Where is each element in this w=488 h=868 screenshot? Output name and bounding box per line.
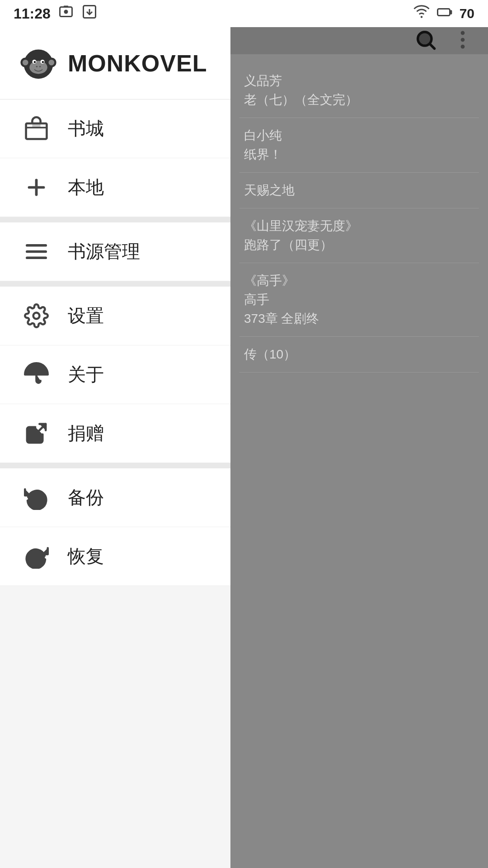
sidebar-item-donate[interactable]: 捐赠: [0, 404, 230, 463]
svg-point-17: [29, 61, 47, 74]
sidebar-item-local-label: 本地: [68, 175, 104, 200]
sidebar-item-local[interactable]: 本地: [0, 158, 230, 217]
svg-line-8: [430, 44, 435, 49]
list-item: 白小纯纸界！: [239, 118, 479, 173]
list-item: 传（10）: [239, 337, 479, 373]
app-name: MONKOVEL: [68, 50, 207, 77]
sidebar-item-backup-label: 备份: [68, 485, 104, 510]
status-icons-area: 70: [413, 4, 474, 24]
svg-point-23: [39, 66, 41, 67]
svg-point-9: [461, 31, 465, 35]
status-time-area: 11:28: [14, 4, 98, 24]
battery-level: 70: [460, 6, 474, 21]
svg-point-20: [34, 61, 36, 63]
list-item: 《山里汉宠妻无度》跑路了（四更）: [239, 208, 479, 263]
menu-divider-3: [0, 463, 230, 468]
main-content-list: 义品芳老（七）（全文完） 白小纯纸界！ 天赐之地 《山里汉宠妻无度》跑路了（四更…: [230, 54, 488, 382]
svg-point-16: [49, 59, 55, 65]
backup-icon: [23, 485, 50, 510]
more-icon[interactable]: [451, 28, 474, 53]
svg-point-10: [461, 38, 465, 42]
sidebar-item-settings[interactable]: 设置: [0, 287, 230, 345]
sidebar-item-about-label: 关于: [68, 362, 104, 387]
sidebar-item-bookstore[interactable]: 书城: [0, 99, 230, 158]
menu-divider-2: [0, 281, 230, 287]
sidebar-item-about[interactable]: 关于: [0, 345, 230, 404]
list-icon: [23, 239, 50, 264]
monkey-logo-icon: [18, 43, 59, 84]
sidebar-item-settings-label: 设置: [68, 303, 104, 328]
svg-point-21: [42, 61, 44, 63]
store-icon: [23, 116, 50, 141]
status-bar: 11:28 70: [0, 0, 488, 27]
wifi-icon: [413, 4, 431, 24]
svg-point-32: [33, 313, 39, 319]
menu-divider-1: [0, 217, 230, 222]
svg-point-22: [36, 66, 38, 67]
time-display: 11:28: [14, 5, 51, 22]
sidebar-item-backup[interactable]: 备份: [0, 468, 230, 527]
sidebar-item-source-manage-label: 书源管理: [68, 239, 140, 264]
drawer-menu: 书城 本地 书源管理 设置: [0, 99, 230, 586]
list-item: 《高手》高手373章 全剧终: [239, 263, 479, 337]
search-icon[interactable]: [414, 28, 437, 53]
main-panel: 义品芳老（七）（全文完） 白小纯纸界！ 天赐之地 《山里汉宠妻无度》跑路了（四更…: [230, 0, 488, 868]
list-item: 天赐之地: [239, 173, 479, 208]
sidebar-item-bookstore-label: 书城: [68, 116, 104, 141]
navigation-drawer: MONKOVEL 书城 本地 书源管理: [0, 0, 230, 868]
sidebar-item-source-manage[interactable]: 书源管理: [0, 222, 230, 281]
sidebar-item-donate-label: 捐赠: [68, 421, 104, 446]
plus-icon: [23, 175, 50, 200]
download-icon: [81, 4, 98, 24]
battery-outline-icon: [437, 4, 453, 24]
svg-point-15: [23, 59, 28, 65]
external-link-icon: [23, 421, 50, 446]
gear-icon: [23, 303, 50, 328]
svg-point-11: [461, 45, 465, 49]
svg-rect-5: [437, 9, 450, 15]
svg-point-1: [64, 10, 68, 14]
restore-icon: [23, 544, 50, 569]
photo-icon: [58, 4, 74, 24]
svg-point-4: [420, 16, 422, 18]
umbrella-icon: [23, 362, 50, 387]
list-item: 义品芳老（七）（全文完）: [239, 63, 479, 118]
sidebar-item-restore-label: 恢复: [68, 544, 104, 569]
sidebar-item-restore[interactable]: 恢复: [0, 527, 230, 586]
